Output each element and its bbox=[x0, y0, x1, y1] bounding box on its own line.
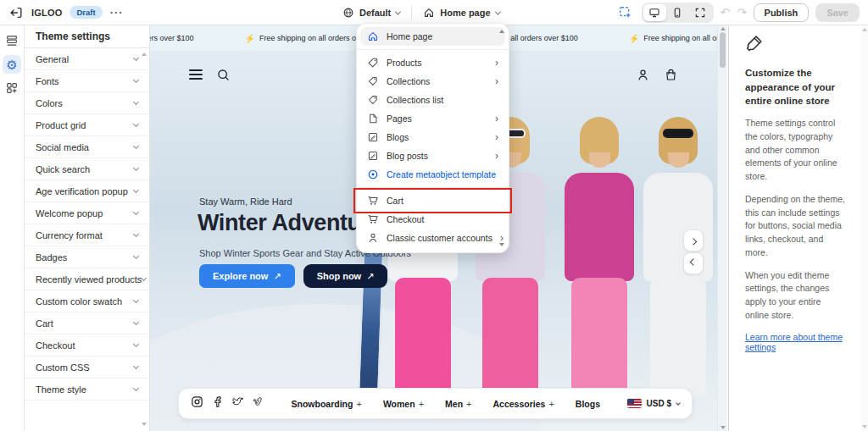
menu-item-create-metaobject-template[interactable]: Create metaobject template bbox=[357, 165, 509, 184]
sidebar-item-label: Badges bbox=[36, 252, 67, 262]
sidebar-item-product-grid[interactable]: Product grid bbox=[25, 114, 149, 136]
sidebar-item-social-media[interactable]: Social media bbox=[25, 136, 149, 158]
shop-now-button[interactable]: Shop now ↗ bbox=[303, 264, 388, 288]
sidebar-item-label: Recently viewed products bbox=[36, 274, 142, 285]
preview-scrollbar[interactable] bbox=[717, 25, 727, 431]
sidebar-item-label: Checkout bbox=[36, 340, 75, 351]
inspector-tool-icon[interactable] bbox=[616, 3, 635, 22]
twitter-icon[interactable] bbox=[231, 395, 244, 412]
menu-item-collections[interactable]: Collections› bbox=[357, 72, 509, 91]
more-actions-icon[interactable]: ··· bbox=[110, 6, 124, 19]
sidebar-item-quick-search[interactable]: Quick search bbox=[25, 158, 149, 180]
scroll-down-arrow[interactable] bbox=[721, 426, 726, 429]
menu-item-label: Collections list bbox=[387, 95, 443, 105]
menu-item-cart[interactable]: Cart bbox=[357, 191, 509, 210]
sidebar-item-age-verification-popup[interactable]: Age verification popup bbox=[25, 180, 149, 202]
menu-item-label: Create metaobject template bbox=[387, 169, 496, 180]
explore-now-label: Explore now bbox=[213, 271, 268, 281]
collection-icon bbox=[367, 94, 379, 106]
divider bbox=[411, 6, 412, 19]
menu-item-classic-customer-accounts[interactable]: Classic customer accounts› bbox=[357, 229, 509, 247]
explore-now-button[interactable]: Explore now ↗ bbox=[199, 264, 295, 288]
sidebar-item-badges[interactable]: Badges bbox=[25, 246, 149, 268]
scrollbar-thumb[interactable] bbox=[720, 32, 726, 68]
cart-bag-icon[interactable] bbox=[664, 68, 678, 82]
page-scrollbar[interactable] bbox=[861, 25, 868, 431]
theme-version-selector[interactable]: Default bbox=[337, 4, 405, 21]
desktop-preview-button[interactable] bbox=[643, 4, 666, 21]
sidebar-item-general[interactable]: General bbox=[25, 48, 149, 70]
scroll-down-arrow[interactable] bbox=[499, 243, 504, 246]
sidebar-item-colors[interactable]: Colors bbox=[25, 92, 149, 114]
sidebar-item-theme-style[interactable]: Theme style bbox=[25, 379, 149, 401]
menu-item-label: Classic customer accounts bbox=[387, 233, 492, 243]
sidebar-item-currency-format[interactable]: Currency format bbox=[25, 224, 149, 246]
menu-item-home-page[interactable]: Home page bbox=[360, 27, 505, 46]
page-selector[interactable]: Home page bbox=[418, 4, 504, 21]
sidebar-item-welcome-popup[interactable]: Welcome popup bbox=[25, 202, 149, 224]
menu-divider bbox=[357, 187, 509, 188]
menu-item-label: Collections bbox=[387, 76, 430, 86]
plus-icon: + bbox=[419, 399, 424, 409]
sections-tab-icon[interactable] bbox=[3, 31, 21, 50]
redo-icon[interactable]: ↷ bbox=[737, 6, 747, 19]
chevron-down-icon bbox=[133, 252, 139, 258]
scroll-down-arrow[interactable] bbox=[142, 423, 147, 426]
sidebar-item-label: General bbox=[36, 54, 69, 64]
save-button[interactable]: Save bbox=[815, 3, 860, 22]
chevron-right-icon: › bbox=[495, 113, 498, 124]
menu-icon[interactable] bbox=[189, 69, 203, 80]
footer-nav-label: Women bbox=[383, 399, 415, 409]
undo-icon[interactable]: ↶ bbox=[721, 6, 730, 19]
page-selector-label: Home page bbox=[440, 8, 490, 18]
footer-nav-label: Men bbox=[445, 399, 463, 409]
menu-item-collections-list[interactable]: Collections list bbox=[357, 91, 509, 109]
sidebar-item-recently-viewed-products[interactable]: Recently viewed products bbox=[25, 268, 149, 290]
instagram-icon[interactable] bbox=[191, 395, 203, 412]
sidebar-item-custom-css[interactable]: Custom CSS bbox=[25, 356, 149, 379]
menu-item-blogs[interactable]: Blogs› bbox=[357, 128, 509, 146]
vimeo-icon[interactable] bbox=[252, 395, 264, 412]
scroll-up-arrow[interactable] bbox=[142, 52, 147, 56]
store-name: IGLOO bbox=[31, 8, 62, 18]
theme-settings-sidebar: Theme settings GeneralFontsColorsProduct… bbox=[25, 25, 150, 431]
theme-version-label: Default bbox=[359, 8, 391, 18]
menu-item-pages[interactable]: Pages› bbox=[357, 109, 509, 128]
chevron-down-icon bbox=[133, 76, 139, 82]
search-icon[interactable] bbox=[216, 68, 231, 82]
fullscreen-preview-button[interactable] bbox=[689, 4, 712, 21]
scroll-up-arrow[interactable] bbox=[499, 30, 504, 33]
theme-settings-tab-icon[interactable]: ⚙ bbox=[3, 55, 21, 74]
menu-divider bbox=[357, 49, 509, 50]
chevron-down-icon bbox=[133, 318, 139, 324]
scroll-up-arrow[interactable] bbox=[721, 27, 726, 30]
menu-item-checkout[interactable]: Checkout bbox=[357, 210, 509, 229]
next-slide-button[interactable] bbox=[683, 229, 704, 251]
sidebar-item-fonts[interactable]: Fonts bbox=[25, 70, 149, 92]
footer-nav-women[interactable]: Women+ bbox=[383, 399, 424, 409]
footer-nav-snowboarding[interactable]: Snowboarding+ bbox=[292, 399, 362, 409]
page-selector-dropdown: Home pageProducts›Collections›Collection… bbox=[356, 23, 509, 253]
mobile-preview-button[interactable] bbox=[666, 4, 689, 21]
exit-editor-icon[interactable] bbox=[8, 5, 24, 20]
facebook-icon[interactable] bbox=[211, 395, 224, 412]
cart-icon bbox=[367, 213, 379, 225]
learn-more-link[interactable]: Learn more about theme settings bbox=[745, 332, 846, 352]
currency-selector[interactable]: USD $ bbox=[627, 399, 680, 408]
menu-item-products[interactable]: Products› bbox=[357, 53, 509, 72]
previous-slide-button[interactable] bbox=[683, 252, 704, 274]
sidebar-item-cart[interactable]: Cart bbox=[25, 312, 149, 334]
sidebar-item-custom-color-swatch[interactable]: Custom color swatch bbox=[25, 290, 149, 312]
scroll-down-arrow[interactable] bbox=[862, 425, 867, 428]
sidebar-item-checkout[interactable]: Checkout bbox=[25, 334, 149, 356]
account-icon[interactable] bbox=[636, 68, 650, 82]
footer-nav-blogs[interactable]: Blogs bbox=[576, 399, 600, 409]
storefront-footer-bar[interactable]: Snowboarding+Women+Men+Accessories+Blogs… bbox=[178, 388, 693, 419]
chevron-down-icon bbox=[133, 98, 139, 104]
app-embeds-tab-icon[interactable] bbox=[3, 79, 21, 97]
footer-nav-men[interactable]: Men+ bbox=[445, 399, 471, 409]
footer-nav-accessories[interactable]: Accessories+ bbox=[493, 399, 554, 409]
menu-item-blog-posts[interactable]: Blog posts› bbox=[357, 146, 509, 165]
publish-button[interactable]: Publish bbox=[754, 3, 810, 22]
scroll-up-arrow[interactable] bbox=[862, 28, 867, 31]
